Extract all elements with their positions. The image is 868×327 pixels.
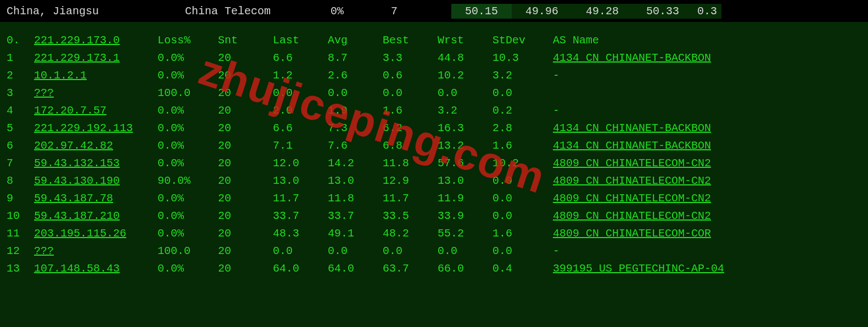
- hop-as: -: [553, 67, 861, 84]
- hop-last: 48.3: [273, 225, 328, 243]
- hop-as: 4809 CN CHINATELECOM-CN2: [553, 190, 861, 207]
- hop-number: 7: [7, 155, 34, 172]
- hop-row: 5221.229.192.1130.0%206.67.36.216.32.841…: [7, 120, 861, 137]
- hop-ip[interactable]: 59.43.130.190: [34, 172, 158, 190]
- hop-loss: 0.0%: [158, 225, 218, 243]
- top-ping-1: 50.15: [451, 4, 512, 19]
- hop-loss: 90.0%: [158, 172, 218, 190]
- hop-best: 33.5: [383, 207, 438, 225]
- hop-ip[interactable]: 202.97.42.82: [34, 137, 158, 155]
- hop-row: 759.43.132.1530.0%2012.014.211.857.610.2…: [7, 155, 861, 172]
- hop-snt: 20: [218, 67, 273, 84]
- header-wrst: Wrst: [438, 32, 492, 49]
- hop-as: 4809 CN CHINATELECOM-CN2: [553, 155, 861, 172]
- as-name: 399195 US PEGTECHINC-AP-04: [553, 262, 724, 275]
- hop-as: 4809 CN CHINATELECOM-COR: [553, 225, 861, 243]
- hop-stdev: 0.0: [492, 243, 553, 260]
- hop-avg: 2.6: [328, 67, 383, 84]
- hop-last: 12.0: [273, 155, 328, 172]
- header-as: AS Name: [553, 32, 861, 49]
- hop-number: 10: [7, 207, 34, 225]
- top-ping-2: 49.96: [512, 4, 572, 19]
- hop-stdev: 0.0: [492, 190, 553, 207]
- hop-loss: 0.0%: [158, 67, 218, 84]
- as-name: -: [553, 245, 559, 257]
- hop-ip[interactable]: 59.43.132.153: [34, 155, 158, 172]
- hop-last: 11.7: [273, 190, 328, 207]
- as-name: 4809 CN CHINATELECOM-CN2: [553, 192, 711, 205]
- hop-last: 1.2: [273, 67, 328, 84]
- as-name: 4809 CN CHINATELECOM-COR: [553, 227, 711, 240]
- as-name: 4809 CN CHINATELECOM-CN2: [553, 210, 711, 222]
- hop-ip[interactable]: 59.43.187.78: [34, 190, 158, 207]
- hop-number: 3: [7, 84, 34, 102]
- hop-loss: 0.0%: [158, 190, 218, 207]
- hop-loss: 0.0%: [158, 102, 218, 120]
- hop-stdev: 0.0: [492, 207, 553, 225]
- hop-loss: 0.0%: [158, 155, 218, 172]
- hop-snt: 20: [218, 155, 273, 172]
- hop-wrst: 13.0: [438, 172, 492, 190]
- hop-last: 0.0: [273, 84, 328, 102]
- as-name: -: [553, 69, 559, 82]
- hop-wrst: 66.0: [438, 260, 492, 278]
- hop-as: 4809 CN CHINATELECOM-CN2: [553, 207, 861, 225]
- hop-best: 6.2: [383, 120, 438, 137]
- hop-snt: 20: [218, 49, 273, 67]
- hop-as: -: [553, 243, 861, 260]
- hop-avg: 0.0: [328, 84, 383, 102]
- top-status-bar: China, Jiangsu China Telecom 0% 7 50.15 …: [0, 0, 868, 22]
- hop-best: 0.0: [383, 243, 438, 260]
- hop-row: 11203.195.115.260.0%2048.349.148.255.21.…: [7, 225, 861, 243]
- header-loss: Loss%: [158, 32, 218, 49]
- hop-ip[interactable]: 107.148.58.43: [34, 260, 158, 278]
- top-ping-group: 50.15 49.96 49.28 50.33 0.3: [451, 4, 721, 19]
- hop-row: 1221.229.173.10.0%206.68.73.344.810.3413…: [7, 49, 861, 67]
- hop-wrst: 44.8: [438, 49, 492, 67]
- hop-best: 48.2: [383, 225, 438, 243]
- hop-stdev: 10.3: [492, 49, 553, 67]
- hop-stdev: 3.2: [492, 67, 553, 84]
- hop-avg: 64.0: [328, 260, 383, 278]
- hop-as: 4134 CN CHINANET-BACKBON: [553, 49, 861, 67]
- hop-ip[interactable]: 172.20.7.57: [34, 102, 158, 120]
- hop-ip[interactable]: 221.229.173.1: [34, 49, 158, 67]
- hop-snt: 20: [218, 260, 273, 278]
- top-ping-4: 50.33: [632, 4, 693, 19]
- hop-as: 4809 CN CHINATELECOM-CN2: [553, 172, 861, 190]
- hop-wrst: 13.2: [438, 137, 492, 155]
- hop-wrst: 33.9: [438, 207, 492, 225]
- hop-loss: 0.0%: [158, 120, 218, 137]
- hop-ip[interactable]: ???: [34, 243, 158, 260]
- hop-ip[interactable]: 59.43.187.210: [34, 207, 158, 225]
- hop-ip[interactable]: ???: [34, 84, 158, 102]
- hop-number: 13: [7, 260, 34, 278]
- hop-number: 6: [7, 137, 34, 155]
- top-ping-tail: 0.3: [693, 4, 721, 19]
- hop-as: 4134 CN CHINANET-BACKBON: [553, 120, 861, 137]
- hop-snt: 20: [218, 225, 273, 243]
- hop-stdev: 0.4: [492, 260, 553, 278]
- hop-avg: 13.0: [328, 172, 383, 190]
- hop-snt: 20: [218, 137, 273, 155]
- hop-number: 5: [7, 120, 34, 137]
- hop-wrst: 55.2: [438, 225, 492, 243]
- location-label: China, Jiangsu: [7, 5, 185, 18]
- hop-wrst: 11.9: [438, 190, 492, 207]
- hop-snt: 20: [218, 102, 273, 120]
- hop-number: 12: [7, 243, 34, 260]
- hop-row: 4172.20.7.570.0%202.01.91.63.20.2-: [7, 102, 861, 120]
- hop-number: 4: [7, 102, 34, 120]
- hop-snt: 20: [218, 243, 273, 260]
- header-last: Last: [273, 32, 328, 49]
- hop-row: 859.43.130.19090.0%2013.013.012.913.00.0…: [7, 172, 861, 190]
- hop-last: 2.0: [273, 102, 328, 120]
- hop-ip[interactable]: 221.229.192.113: [34, 120, 158, 137]
- hop-avg: 14.2: [328, 155, 383, 172]
- hop-ip[interactable]: 10.1.2.1: [34, 67, 158, 84]
- hop-ip[interactable]: 203.195.115.26: [34, 225, 158, 243]
- hop-best: 6.8: [383, 137, 438, 155]
- hop-number: 8: [7, 172, 34, 190]
- hop-avg: 11.8: [328, 190, 383, 207]
- hop-row: 210.1.2.10.0%201.22.60.610.23.2-: [7, 67, 861, 84]
